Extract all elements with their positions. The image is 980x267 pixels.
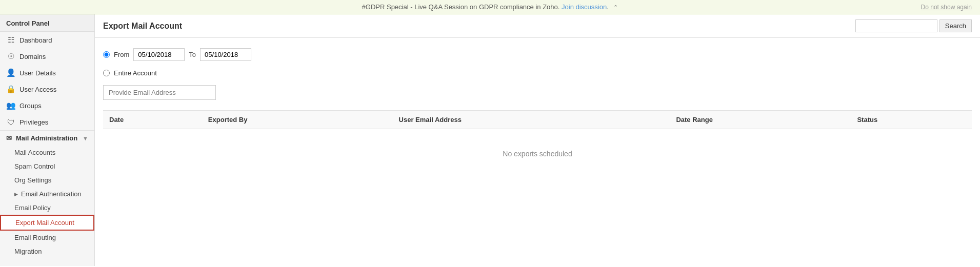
sidebar-item-dashboard[interactable]: ☷ Dashboard (0, 32, 94, 48)
col-date-range: Date Range (670, 111, 851, 129)
entire-account-row: Entire Account (103, 69, 972, 77)
org-settings-label: Org Settings (14, 176, 51, 184)
sidebar-item-user-details[interactable]: 👤 User Details (0, 65, 94, 81)
sidebar-sub-migration[interactable]: Migration (0, 244, 94, 258)
privileges-icon: 🛡 (6, 117, 15, 127)
sidebar-title: Control Panel (0, 14, 94, 32)
sidebar-label-groups: Groups (19, 102, 42, 110)
domains-icon: ☉ (6, 52, 15, 61)
entire-account-label: Entire Account (114, 69, 157, 77)
content-area: From To Entire Account Date (95, 38, 980, 189)
table-empty-row: No exports scheduled (103, 129, 972, 179)
mail-admin-icon: ✉ (6, 134, 12, 142)
main-content: Export Mail Account Search From To (95, 14, 980, 266)
sidebar-section-mail-admin[interactable]: ✉ Mail Administration ▼ (0, 130, 94, 146)
banner-link[interactable]: Join discussion (562, 3, 607, 11)
sidebar-label-privileges: Privileges (19, 118, 48, 126)
no-data-message: No exports scheduled (103, 129, 972, 179)
sidebar-sub-org-settings[interactable]: Org Settings (0, 173, 94, 187)
from-date-input[interactable] (133, 48, 185, 61)
mail-admin-arrow: ▼ (83, 135, 88, 141)
sidebar-label-mail-admin: Mail Administration (16, 134, 77, 142)
date-filter-row: From To (103, 48, 972, 61)
exports-table: Date Exported By User Email Address Date… (103, 111, 972, 178)
user-details-icon: 👤 (6, 68, 15, 77)
col-user-email: User Email Address (393, 111, 670, 129)
table-header-row: Date Exported By User Email Address Date… (103, 111, 972, 129)
search-button[interactable]: Search (939, 19, 972, 32)
email-input[interactable] (103, 85, 216, 100)
from-radio-group: From To (103, 48, 251, 61)
from-label: From (114, 51, 129, 58)
email-routing-label: Email Routing (14, 234, 56, 241)
spam-control-label: Spam Control (14, 162, 55, 170)
sidebar-sub-mail-accounts[interactable]: Mail Accounts (0, 146, 94, 159)
dismiss-banner[interactable]: Do not show again (921, 4, 972, 11)
sidebar-label-user-details: User Details (19, 69, 56, 77)
page-title: Export Mail Account (103, 22, 182, 31)
to-label: To (189, 51, 196, 58)
email-authentication-label: Email Authentication (21, 190, 82, 198)
col-date: Date (103, 111, 202, 129)
sidebar-label-dashboard: Dashboard (19, 36, 52, 44)
col-exported-by: Exported By (202, 111, 393, 129)
dashboard-icon: ☷ (6, 35, 15, 45)
sidebar-item-domains[interactable]: ☉ Domains (0, 48, 94, 65)
sidebar-sub-email-routing[interactable]: Email Routing (0, 231, 94, 244)
export-mail-account-label: Export Mail Account (15, 219, 74, 227)
sidebar-item-privileges[interactable]: 🛡 Privileges (0, 114, 94, 130)
search-input[interactable] (855, 19, 937, 32)
gdpr-banner: #GDPR Special - Live Q&A Session on GDPR… (0, 0, 980, 14)
to-date-input[interactable] (200, 48, 251, 61)
table-wrapper: Date Exported By User Email Address Date… (103, 110, 972, 178)
banner-chevron: ⌃ (613, 4, 618, 10)
col-status: Status (851, 111, 972, 129)
user-access-icon: 🔒 (6, 85, 15, 94)
topbar: Export Mail Account Search (95, 14, 980, 38)
sidebar-sub-email-policy[interactable]: Email Policy (0, 201, 94, 215)
entire-account-radio[interactable] (103, 70, 110, 76)
migration-label: Migration (14, 248, 42, 255)
sidebar-item-user-access[interactable]: 🔒 User Access (0, 81, 94, 97)
from-radio[interactable] (103, 51, 110, 58)
email-policy-label: Email Policy (14, 204, 51, 212)
sidebar-sub-spam-control[interactable]: Spam Control (0, 159, 94, 173)
sidebar-label-user-access: User Access (19, 86, 56, 93)
groups-icon: 👥 (6, 101, 15, 110)
sidebar-label-domains: Domains (19, 53, 46, 60)
sidebar-item-groups[interactable]: 👥 Groups (0, 97, 94, 114)
banner-text: #GDPR Special - Live Q&A Session on GDPR… (362, 3, 560, 11)
sidebar-sub-email-authentication[interactable]: Email Authentication (0, 187, 94, 201)
sidebar-sub-export-mail-account[interactable]: Export Mail Account (0, 215, 94, 231)
mail-accounts-label: Mail Accounts (14, 149, 55, 156)
search-area: Search (855, 19, 972, 32)
sidebar: Control Panel ☷ Dashboard ☉ Domains 👤 Us… (0, 14, 95, 266)
